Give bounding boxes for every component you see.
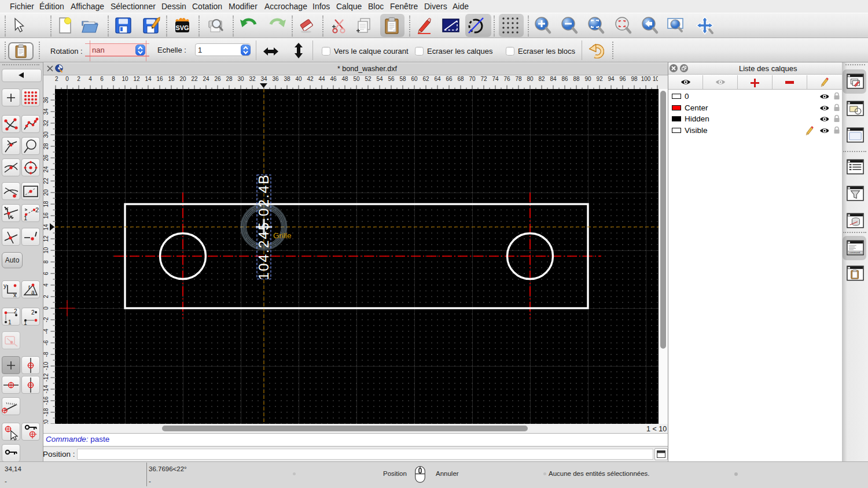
svg-text:2: 2: [31, 309, 35, 316]
svg-text:command: command: [849, 251, 860, 254]
svg-text:104.245.02.4B: 104.245.02.4B: [256, 173, 271, 280]
svg-text:y: y: [3, 282, 7, 289]
svg-text:2: 2: [35, 206, 39, 213]
svg-text:1: 1: [8, 319, 12, 326]
svg-text:r: r: [28, 284, 31, 290]
svg-text:SVG: SVG: [175, 24, 189, 31]
svg-text:Grille: Grille: [273, 231, 292, 240]
svg-text:2: 2: [14, 308, 17, 315]
svg-text:x: x: [13, 291, 17, 298]
svg-text:a: a: [31, 289, 35, 295]
svg-text:1: 1: [24, 320, 27, 326]
